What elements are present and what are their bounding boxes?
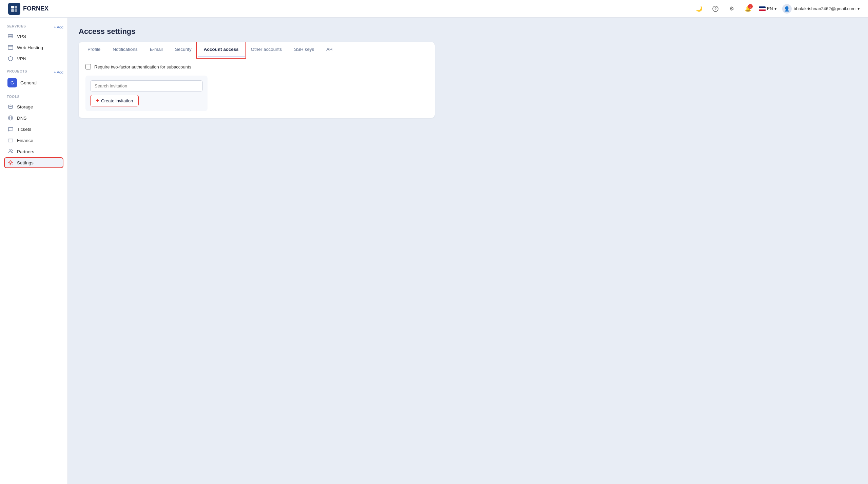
- logo-icon: [8, 3, 20, 15]
- svg-rect-10: [8, 45, 13, 49]
- create-invitation-label: Create invitation: [101, 98, 133, 103]
- page-title: Access settings: [79, 27, 857, 36]
- tab-api[interactable]: API: [320, 42, 340, 57]
- layout: SERVICES + Add VPS Web Hosting VPN PROJE…: [0, 18, 868, 484]
- sidebar-item-general-label: General: [20, 80, 37, 85]
- svg-rect-1: [15, 6, 17, 8]
- services-section-header: SERVICES + Add: [4, 23, 63, 31]
- topnav: FORNEX 🌙 ? ⚙ 🔔 1 EN ▾ 👤 bbalakrishnan246…: [0, 0, 868, 18]
- svg-point-19: [11, 150, 13, 152]
- lang-chevron-icon: ▾: [774, 6, 777, 11]
- create-invitation-button[interactable]: + Create invitation: [90, 95, 139, 106]
- tab-content: Require two-factor authentication for su…: [79, 57, 435, 118]
- vpn-icon: [7, 56, 14, 62]
- notification-badge: 1: [748, 4, 753, 9]
- settings-icon: [7, 160, 14, 166]
- sidebar-item-partners-label: Partners: [17, 149, 34, 154]
- lang-label: EN: [767, 6, 773, 11]
- sidebar-item-web-hosting[interactable]: Web Hosting: [4, 42, 63, 53]
- sidebar-item-storage-label: Storage: [17, 104, 33, 109]
- logo[interactable]: FORNEX: [8, 3, 48, 15]
- tab-email[interactable]: E-mail: [144, 42, 169, 57]
- dns-icon: [7, 115, 14, 121]
- sidebar-item-vps-label: VPS: [17, 34, 26, 39]
- sidebar-item-dns-label: DNS: [17, 116, 27, 121]
- settings-card: Profile Notifications E-mail Security Ac…: [79, 42, 435, 118]
- sidebar-item-finance[interactable]: Finance: [4, 135, 63, 146]
- tools-section-label: TOOLS: [4, 94, 22, 100]
- storage-icon: [7, 104, 14, 110]
- sidebar-item-web-hosting-label: Web Hosting: [17, 45, 43, 50]
- tickets-icon: [7, 126, 14, 132]
- svg-point-18: [9, 150, 11, 152]
- logo-text: FORNEX: [23, 5, 48, 12]
- svg-point-8: [12, 35, 13, 36]
- help-button[interactable]: ?: [710, 3, 721, 14]
- partners-icon: [7, 148, 14, 155]
- search-invitation-input[interactable]: [90, 80, 203, 92]
- tools-section-header: TOOLS: [4, 94, 63, 101]
- tab-account-access[interactable]: Account access: [198, 42, 245, 57]
- invitation-card: + Create invitation: [85, 76, 208, 111]
- web-hosting-icon: [7, 44, 14, 51]
- tab-other-accounts[interactable]: Other accounts: [245, 42, 288, 57]
- tab-ssh-keys[interactable]: SSH keys: [288, 42, 320, 57]
- general-project-icon: G: [7, 78, 17, 87]
- finance-icon: [7, 137, 14, 143]
- twofa-row: Require two-factor authentication for su…: [85, 64, 428, 69]
- sidebar-item-settings[interactable]: Settings: [4, 157, 63, 168]
- svg-rect-3: [15, 9, 17, 12]
- plus-icon: +: [96, 98, 99, 103]
- theme-toggle-button[interactable]: 🌙: [694, 3, 705, 14]
- sidebar-item-tickets-label: Tickets: [17, 127, 31, 132]
- projects-section-label: PROJECTS: [4, 68, 30, 75]
- vps-icon: [7, 33, 14, 39]
- main-content: Access settings Profile Notifications E-…: [68, 18, 868, 484]
- sidebar-item-settings-label: Settings: [17, 160, 34, 165]
- tab-notifications[interactable]: Notifications: [106, 42, 144, 57]
- twofa-label: Require two-factor authentication for su…: [94, 64, 191, 69]
- sidebar-item-tickets[interactable]: Tickets: [4, 124, 63, 135]
- settings-button[interactable]: ⚙: [726, 3, 737, 14]
- svg-point-12: [8, 105, 13, 107]
- sidebar-item-finance-label: Finance: [17, 138, 33, 143]
- user-avatar-icon: 👤: [782, 4, 792, 14]
- language-selector[interactable]: EN ▾: [759, 6, 777, 11]
- sidebar-item-general[interactable]: G General: [4, 76, 63, 89]
- sidebar: SERVICES + Add VPS Web Hosting VPN PROJE…: [0, 18, 68, 484]
- svg-point-9: [12, 37, 13, 38]
- sidebar-item-storage[interactable]: Storage: [4, 101, 63, 112]
- user-email-label: bbalakrishnan2462@gmail.com: [794, 6, 855, 11]
- sidebar-item-vps[interactable]: VPS: [4, 31, 63, 42]
- services-section-label: SERVICES: [4, 23, 29, 29]
- add-project-button[interactable]: + Add: [54, 70, 63, 74]
- sidebar-item-vpn[interactable]: VPN: [4, 53, 63, 64]
- flag-icon: [759, 6, 766, 11]
- twofa-checkbox[interactable]: [85, 64, 91, 69]
- svg-rect-2: [11, 9, 14, 12]
- add-service-button[interactable]: + Add: [54, 25, 63, 29]
- user-menu-button[interactable]: 👤 bbalakrishnan2462@gmail.com ▾: [782, 4, 860, 14]
- tab-security[interactable]: Security: [169, 42, 198, 57]
- tab-bar: Profile Notifications E-mail Security Ac…: [79, 42, 435, 57]
- notifications-button[interactable]: 🔔 1: [743, 3, 753, 14]
- user-chevron-icon: ▾: [857, 6, 860, 11]
- sidebar-item-partners[interactable]: Partners: [4, 146, 63, 157]
- tab-profile[interactable]: Profile: [81, 42, 106, 57]
- svg-text:?: ?: [714, 7, 716, 11]
- nav-right: 🌙 ? ⚙ 🔔 1 EN ▾ 👤 bbalakrishnan2462@gmail…: [694, 3, 860, 14]
- svg-rect-16: [8, 139, 13, 142]
- sidebar-item-dns[interactable]: DNS: [4, 113, 63, 123]
- sidebar-item-vpn-label: VPN: [17, 56, 26, 61]
- svg-rect-0: [11, 6, 14, 8]
- projects-section-header: PROJECTS + Add: [4, 68, 63, 76]
